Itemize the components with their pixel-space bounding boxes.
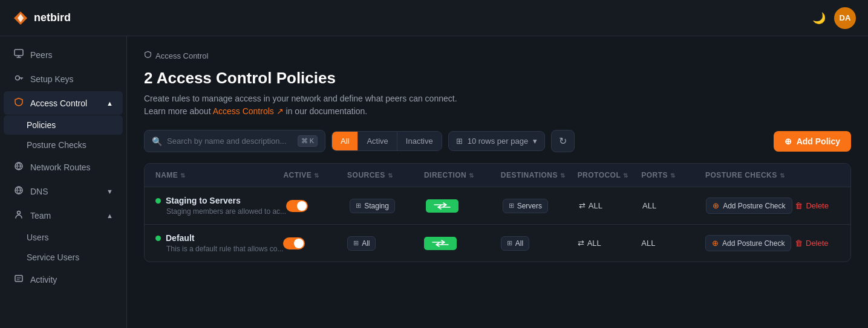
table-row: Default This is a default rule that allo… <box>145 225 850 262</box>
row-direction-cell <box>426 199 502 213</box>
dns-icon <box>13 185 24 197</box>
sort-protocol-icon[interactable]: ⇅ <box>623 172 628 179</box>
filter-inactive-button[interactable]: Inactive <box>397 132 442 150</box>
sidebar-sub-policies[interactable]: Policies <box>4 115 123 135</box>
sidebar-sub-users[interactable]: Users <box>4 228 123 247</box>
sort-posture-icon[interactable]: ⇅ <box>780 172 785 179</box>
active-toggle[interactable] <box>283 237 305 249</box>
chevron-down-rows-icon: ▾ <box>533 137 537 146</box>
row-actions-cell: 🗑 Delete <box>795 236 840 250</box>
protocol-icon: ⇄ <box>578 239 584 248</box>
netbird-logo-icon <box>12 10 29 27</box>
source-tag: ⊞ All <box>347 236 376 251</box>
status-dot-active <box>155 198 161 204</box>
sidebar-item-network-routes[interactable]: Network Routes <box>4 155 123 179</box>
add-policy-button[interactable]: ⊕ Add Policy <box>774 131 851 152</box>
avatar[interactable]: DA <box>834 7 856 29</box>
main-content: Access Control 2 Access Control Policies… <box>127 36 868 328</box>
sidebar-item-peers[interactable]: Peers <box>4 43 123 66</box>
row-destinations-cell: ⊞ All <box>501 236 578 251</box>
theme-toggle-icon[interactable]: 🌙 <box>812 11 826 25</box>
plus-circle-icon: ⊕ <box>785 137 792 146</box>
search-box[interactable]: 🔍 ⌘ K <box>144 130 325 152</box>
th-direction-label: DIRECTION <box>424 171 466 179</box>
sidebar-item-dns[interactable]: DNS ▼ <box>4 179 123 203</box>
sidebar-sub-service-users[interactable]: Service Users <box>4 248 123 267</box>
sidebar-label-activity: Activity <box>30 275 57 285</box>
add-policy-label: Add Policy <box>797 137 840 146</box>
policy-name: Staging to Servers <box>166 196 241 205</box>
add-posture-check-button[interactable]: ⊕ Add Posture Check <box>705 235 791 251</box>
sort-active-icon[interactable]: ⇅ <box>314 172 319 179</box>
table-header: NAME ⇅ ACTIVE ⇅ SOURCES ⇅ DIRECTION ⇅ DE… <box>145 164 850 187</box>
breadcrumb-label: Access Control <box>155 51 208 60</box>
search-icon: 🔍 <box>152 137 162 146</box>
filter-active-button[interactable]: Active <box>358 132 397 150</box>
chevron-down-icon: ▼ <box>106 188 113 195</box>
logo: netbird <box>12 10 71 27</box>
source-tag: ⊞ Staging <box>350 199 395 213</box>
sidebar-label-service-users: Service Users <box>27 252 79 262</box>
add-posture-check-button[interactable]: ⊕ Add Posture Check <box>706 198 792 214</box>
policy-description: Staging members are allowed to ac... <box>155 207 286 216</box>
th-name: NAME ⇅ <box>155 171 283 179</box>
key-icon <box>13 73 24 85</box>
rows-per-page-selector[interactable]: ⊞ 10 rows per page ▾ <box>448 131 545 151</box>
sidebar-item-team[interactable]: Team ▲ <box>4 204 123 227</box>
sort-sources-icon[interactable]: ⇅ <box>388 172 393 179</box>
th-active-label: ACTIVE <box>283 171 312 179</box>
sort-direction-icon[interactable]: ⇅ <box>469 172 474 179</box>
page-description: Create rules to manage access in your ne… <box>144 92 851 118</box>
row-destinations-cell: ⊞ Servers <box>503 199 579 213</box>
protocol-value: ALL <box>587 239 601 248</box>
shield-icon <box>13 97 24 109</box>
access-controls-link[interactable]: Access Controls ↗ <box>213 106 284 116</box>
active-toggle[interactable] <box>286 200 308 212</box>
policy-name: Default <box>166 233 194 243</box>
sort-destinations-icon[interactable]: ⇅ <box>560 172 565 179</box>
row-protocol-cell: ⇄ ALL <box>578 239 642 248</box>
th-name-label: NAME <box>155 171 178 179</box>
filter-group: All Active Inactive <box>331 131 442 151</box>
sidebar-item-access-control[interactable]: Access Control ▲ <box>4 91 123 115</box>
ports-value: ALL <box>641 239 655 248</box>
sidebar-sub-posture-checks[interactable]: Posture Checks <box>4 135 123 155</box>
source-label: Staging <box>364 202 389 210</box>
page-desc-text: Create rules to manage access in your ne… <box>144 94 457 103</box>
search-keyboard-shortcut: ⌘ K <box>298 135 318 147</box>
refresh-button[interactable]: ↻ <box>551 130 575 152</box>
page-title: 2 Access Control Policies <box>144 69 851 88</box>
breadcrumb: Access Control <box>144 51 851 60</box>
refresh-icon: ↻ <box>559 135 567 147</box>
shield-breadcrumb-icon <box>144 51 152 60</box>
th-active: ACTIVE ⇅ <box>283 171 347 179</box>
network-icon <box>13 161 24 173</box>
page-desc-learn: Learn more about <box>144 106 213 116</box>
topbar-right: 🌙 DA <box>812 7 856 29</box>
delete-label: Delete <box>806 201 829 210</box>
svg-rect-2 <box>15 50 23 56</box>
th-destinations: DESTINATIONS ⇅ <box>501 171 578 179</box>
sidebar: Peers Setup Keys Access Control ▲ Polici… <box>0 36 127 328</box>
sort-name-icon[interactable]: ⇅ <box>180 172 185 179</box>
logo-text: netbird <box>34 11 71 24</box>
th-sources-label: SOURCES <box>347 171 385 179</box>
row-protocol-cell: ⇄ ALL <box>579 201 642 210</box>
filter-all-button[interactable]: All <box>332 132 358 150</box>
policy-description: This is a default rule that allows co... <box>155 245 283 253</box>
bidirectional-arrow-icon <box>431 240 449 247</box>
search-input[interactable] <box>167 137 293 146</box>
bidirectional-arrow-icon <box>433 202 451 210</box>
row-direction-cell <box>424 237 501 250</box>
sidebar-item-setup-keys[interactable]: Setup Keys <box>4 67 123 91</box>
delete-policy-button[interactable]: 🗑 Delete <box>795 199 829 213</box>
sidebar-label-policies: Policies <box>27 120 56 130</box>
chevron-up-icon: ▲ <box>106 100 113 107</box>
th-ports-label: PORTS <box>641 171 668 179</box>
row-ports-cell: ALL <box>642 201 706 210</box>
team-icon <box>13 210 24 221</box>
sidebar-item-activity[interactable]: Activity <box>4 268 123 291</box>
delete-policy-button[interactable]: 🗑 Delete <box>795 236 829 250</box>
sort-ports-icon[interactable]: ⇅ <box>670 172 675 179</box>
monitor-icon <box>13 49 24 60</box>
